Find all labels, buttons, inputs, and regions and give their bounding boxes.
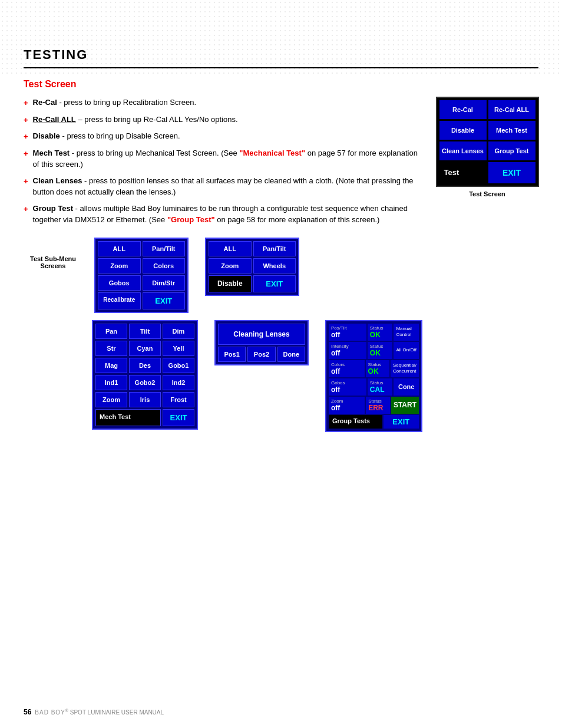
- disable-wheels-btn[interactable]: Wheels: [253, 258, 296, 274]
- gt-colors-status: OK: [368, 367, 387, 375]
- mech-ind2-btn[interactable]: Ind2: [163, 375, 194, 390]
- clean-lenses-screen: Cleaning Lenses Pos1 Pos2 Done: [214, 320, 309, 365]
- recal-exit-btn[interactable]: EXIT: [143, 292, 186, 309]
- gt-exit-btn[interactable]: EXIT: [384, 415, 419, 429]
- test-screen-caption: Test Screen: [469, 190, 505, 197]
- bullet-icon: +: [24, 114, 28, 126]
- mech-zoom-btn[interactable]: Zoom: [95, 392, 127, 407]
- clean-done-btn[interactable]: Done: [277, 347, 305, 362]
- ts-disable-btn[interactable]: Disable: [439, 121, 487, 140]
- gt-intensity-status-label: Status: [370, 344, 391, 349]
- mech-pan-btn[interactable]: Pan: [95, 324, 127, 339]
- sub-screens-row-2: Pan Tilt Dim Str Cyan Yell Mag Des Gobo1…: [24, 320, 422, 432]
- mech-des-btn[interactable]: Des: [129, 358, 161, 373]
- list-item: + Group Test - allows multiple Bad Boy l…: [24, 203, 422, 226]
- ts-recalall-btn[interactable]: Re-Cal ALL: [488, 100, 535, 119]
- recal-dimstr-btn[interactable]: Dim/Str: [143, 275, 186, 291]
- recalibrate-btn[interactable]: Recalibrate: [98, 292, 141, 309]
- mech-iris-btn[interactable]: Iris: [129, 392, 161, 407]
- disable-pantilt-btn[interactable]: Pan/Tilt: [253, 241, 296, 256]
- gt-zoom-val: off: [331, 404, 362, 412]
- gt-gobos-val: off: [331, 386, 364, 394]
- gt-colors-label: Colors: [331, 362, 362, 367]
- ts-exit-btn[interactable]: EXIT: [488, 162, 535, 183]
- recal-pantilt-btn[interactable]: Pan/Tilt: [143, 241, 186, 256]
- gt-colors-val: off: [331, 367, 362, 375]
- recal-colors-btn[interactable]: Colors: [143, 258, 186, 274]
- disable-zoom-btn[interactable]: Zoom: [209, 258, 252, 274]
- list-item: + Re-Call ALL – press to bring up Re-Cal…: [24, 114, 422, 126]
- ts-grouptest-btn[interactable]: Group Test: [488, 141, 535, 160]
- ts-mechtest-btn[interactable]: Mech Test: [488, 121, 535, 140]
- gt-gobos-status: CAL: [370, 386, 391, 394]
- recal-gobos-btn[interactable]: Gobos: [98, 275, 141, 291]
- mech-gobo2-btn[interactable]: Gobo2: [129, 375, 161, 390]
- gt-start-btn[interactable]: START: [394, 401, 416, 409]
- left-column: + Re-Cal - press to bring up Recalibrati…: [24, 97, 422, 432]
- gt-zoom-status-label: Status: [368, 398, 388, 404]
- test-screen-container: Re-Cal Re-Cal ALL Disable Mech Test Clea…: [434, 97, 540, 197]
- gt-sequential-btn[interactable]: Sequential/ Concurrent: [393, 363, 416, 374]
- sub-screens-row-1: Test Sub-Menu Screens ALL Pan/Tilt Zoom …: [24, 238, 422, 313]
- list-item: + Mech Test - press to bring up Mechanic…: [24, 147, 422, 170]
- page-header: TESTING: [24, 12, 538, 68]
- list-item: + Clean Lenses - press to position lense…: [24, 175, 422, 198]
- right-column: Re-Cal Re-Cal ALL Disable Mech Test Clea…: [434, 97, 540, 197]
- mech-test-label-btn[interactable]: Mech Test: [95, 409, 161, 426]
- group-test-screen: Pos/Tilt off Status OK Manual Control: [325, 320, 422, 432]
- ts-test-label: Test: [439, 162, 487, 183]
- disable-screen: ALL Pan/Tilt Zoom Wheels Disable EXIT: [205, 238, 299, 296]
- disable-all-btn[interactable]: ALL: [209, 241, 252, 256]
- gt-manual-btn[interactable]: Manual Control: [396, 326, 416, 337]
- gt-zoom-status: ERR: [368, 404, 388, 412]
- gt-postilt-val: off: [331, 331, 364, 339]
- mech-ind1-btn[interactable]: Ind1: [95, 375, 127, 390]
- mech-test-screen: Pan Tilt Dim Str Cyan Yell Mag Des Gobo1…: [92, 320, 198, 430]
- list-item: + Re-Cal - press to bring up Recalibrati…: [24, 97, 422, 109]
- recal-zoom-btn[interactable]: Zoom: [98, 258, 141, 274]
- gt-grouptests-label: Group Tests: [329, 415, 382, 429]
- recal-all-btn[interactable]: ALL: [98, 241, 141, 256]
- clean-pos1-btn[interactable]: Pos1: [218, 347, 246, 362]
- gt-intensity-status: OK: [370, 349, 391, 357]
- list-item: + Disable - press to bring up Disable Sc…: [24, 130, 422, 143]
- disable-exit-btn[interactable]: EXIT: [253, 275, 296, 292]
- page-footer: 56 BAD BOY® SPOT LUMINAIRE USER MANUAL: [24, 708, 538, 716]
- gt-intensity-label: Intensity: [331, 344, 364, 349]
- bullet-icon: +: [24, 131, 28, 143]
- mech-frost-btn[interactable]: Frost: [163, 392, 194, 407]
- gt-postilt-label: Pos/Tilt: [331, 325, 364, 331]
- gt-gobos-status-label: Status: [370, 380, 391, 386]
- gt-postilt-status: OK: [370, 331, 391, 339]
- mech-tilt-btn[interactable]: Tilt: [129, 324, 161, 339]
- disable-label-btn[interactable]: Disable: [209, 275, 252, 292]
- mech-yell-btn[interactable]: Yell: [163, 341, 194, 356]
- clean-title: Cleaning Lenses: [218, 324, 305, 345]
- mech-mag-btn[interactable]: Mag: [95, 358, 127, 373]
- sub-screens-area: Test Sub-Menu Screens ALL Pan/Tilt Zoom …: [24, 238, 422, 432]
- bullet-icon: +: [24, 148, 28, 160]
- mech-cyan-btn[interactable]: Cyan: [129, 341, 161, 356]
- test-screen-ui: Re-Cal Re-Cal ALL Disable Mech Test Clea…: [436, 97, 539, 187]
- gt-colors-status-label: Status: [368, 362, 387, 367]
- bullet-icon: +: [24, 176, 28, 187]
- footer-brand-text: BAD BOY® SPOT LUMINAIRE USER MANUAL: [35, 709, 164, 716]
- bullet-icon: +: [24, 97, 28, 109]
- bullet-icon: +: [24, 203, 28, 215]
- mech-gobo1-btn[interactable]: Gobo1: [163, 358, 194, 373]
- mech-dim-btn[interactable]: Dim: [163, 324, 194, 339]
- sub-screens-label: Test Sub-Menu Screens: [24, 238, 82, 269]
- gt-intensity-val: off: [331, 349, 364, 357]
- mech-exit-btn[interactable]: EXIT: [163, 409, 194, 426]
- gt-conc-btn[interactable]: Conc: [396, 383, 416, 390]
- page-number: 56: [24, 708, 31, 716]
- mech-str-btn[interactable]: Str: [95, 341, 127, 356]
- gt-zoom-label: Zoom: [331, 398, 362, 404]
- gt-gobos-label: Gobos: [331, 380, 364, 386]
- gt-allonoff-btn[interactable]: All On/Off: [396, 347, 416, 353]
- clean-pos2-btn[interactable]: Pos2: [247, 347, 275, 362]
- ts-recal-btn[interactable]: Re-Cal: [439, 100, 487, 119]
- section-title: Test Screen: [24, 79, 538, 90]
- page-title: TESTING: [24, 47, 538, 62]
- ts-cleanlenses-btn[interactable]: Clean Lenses: [439, 141, 487, 160]
